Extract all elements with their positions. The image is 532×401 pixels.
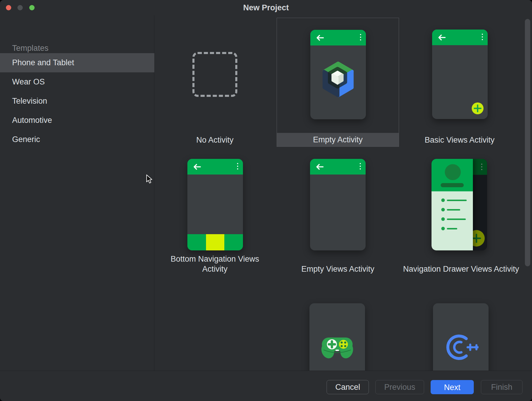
avatar-name-placeholder bbox=[441, 183, 464, 187]
new-project-dialog: New Project Templates Phone and Tablet W… bbox=[0, 0, 532, 401]
template-label: Empty Activity bbox=[277, 133, 399, 146]
sidebar-item-generic[interactable]: Generic bbox=[0, 130, 154, 149]
kebab-menu-icon bbox=[360, 34, 361, 40]
template-grid: No Activity bbox=[155, 15, 532, 371]
back-arrow-icon bbox=[316, 35, 325, 41]
empty-phone-icon bbox=[310, 159, 366, 250]
kebab-menu-icon bbox=[360, 163, 361, 169]
avatar-icon bbox=[445, 164, 461, 180]
title-bar: New Project bbox=[0, 0, 532, 15]
phone-app-bar bbox=[187, 159, 243, 175]
fab-phone-icon bbox=[432, 30, 488, 119]
next-button[interactable]: Next bbox=[431, 380, 474, 394]
cpp-logo-phone-icon bbox=[433, 303, 489, 371]
mouse-cursor bbox=[146, 175, 153, 184]
previous-button[interactable]: Previous bbox=[375, 380, 424, 394]
add-fab-icon bbox=[472, 102, 484, 114]
game-controller-phone-icon bbox=[309, 303, 365, 371]
finish-button[interactable]: Finish bbox=[481, 380, 523, 394]
phone-app-bar bbox=[432, 30, 488, 45]
bottom-nav-bar-icon bbox=[187, 234, 243, 250]
back-arrow-icon bbox=[315, 164, 324, 170]
dialog-footer: Cancel Previous Next Finish bbox=[0, 371, 532, 401]
back-arrow-icon bbox=[193, 164, 202, 170]
vertical-scrollbar-thumb[interactable] bbox=[525, 19, 530, 266]
phone-app-bar bbox=[310, 30, 366, 45]
sidebar-item-automotive[interactable]: Automotive bbox=[0, 111, 154, 130]
template-category-sidebar: Templates Phone and Tablet Wear OS Telev… bbox=[0, 15, 154, 371]
screen: New Project Templates Phone and Tablet W… bbox=[0, 0, 532, 401]
sidebar-item-television[interactable]: Television bbox=[0, 92, 154, 111]
kebab-menu-icon bbox=[482, 34, 483, 40]
template-label: Bottom Navigation Views Activity bbox=[165, 254, 265, 274]
sidebar-item-wear-os[interactable]: Wear OS bbox=[0, 72, 154, 92]
bottom-nav-phone-icon bbox=[187, 159, 243, 250]
phone-app-bar bbox=[310, 159, 366, 175]
template-label: Basic Views Activity bbox=[414, 133, 505, 147]
sidebar-item-phone-and-tablet[interactable]: Phone and Tablet bbox=[0, 53, 154, 72]
game-controller-icon bbox=[319, 333, 355, 361]
row3-clip-region bbox=[155, 288, 532, 371]
compose-logo-phone-icon bbox=[310, 30, 366, 119]
drawer-menu-list bbox=[432, 191, 473, 250]
kebab-menu-icon bbox=[237, 163, 238, 169]
template-label: Navigation Drawer Views Activity bbox=[399, 264, 523, 274]
template-label: No Activity bbox=[171, 133, 259, 147]
drawer-header bbox=[432, 159, 473, 191]
sidebar-header: Templates bbox=[12, 44, 48, 53]
cpp-logo-icon bbox=[444, 332, 479, 365]
nav-drawer-panel bbox=[432, 159, 473, 250]
nav-drawer-phone-icon bbox=[432, 159, 487, 250]
kebab-menu-icon bbox=[481, 164, 482, 170]
cancel-button[interactable]: Cancel bbox=[327, 380, 369, 394]
jetpack-compose-logo bbox=[320, 60, 356, 99]
selected-label-strip: Empty Activity bbox=[277, 133, 399, 146]
dashed-placeholder-icon bbox=[192, 52, 237, 97]
back-arrow-icon bbox=[437, 34, 446, 41]
template-label: Empty Views Activity bbox=[288, 264, 388, 274]
window-title: New Project bbox=[0, 0, 532, 15]
template-card-empty-activity[interactable]: Empty Activity bbox=[277, 18, 399, 147]
